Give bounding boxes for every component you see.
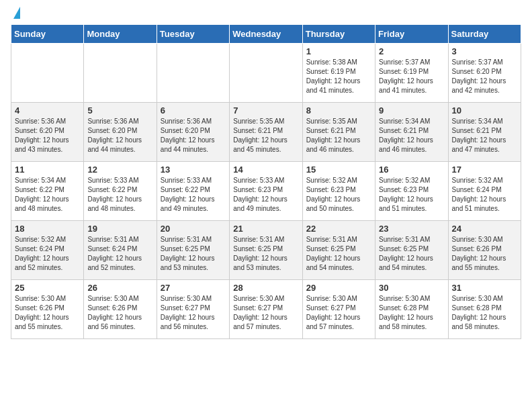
logo-text (11, 7, 20, 20)
calendar-cell: 10Sunrise: 5:34 AM Sunset: 6:21 PM Dayli… (448, 103, 521, 162)
day-number: 1 (306, 46, 371, 56)
day-info: Sunrise: 5:32 AM Sunset: 6:24 PM Dayligh… (15, 235, 80, 273)
weekday-header-sunday: Sunday (11, 25, 84, 44)
day-info: Sunrise: 5:31 AM Sunset: 6:25 PM Dayligh… (161, 235, 226, 273)
calendar-cell: 6Sunrise: 5:36 AM Sunset: 6:20 PM Daylig… (157, 103, 229, 162)
day-number: 19 (87, 224, 152, 234)
day-info: Sunrise: 5:36 AM Sunset: 6:20 PM Dayligh… (161, 117, 226, 154)
calendar-cell: 1Sunrise: 5:38 AM Sunset: 6:19 PM Daylig… (302, 44, 375, 103)
day-number: 4 (15, 105, 80, 116)
day-info: Sunrise: 5:34 AM Sunset: 6:22 PM Dayligh… (15, 176, 80, 214)
calendar-cell: 3Sunrise: 5:37 AM Sunset: 6:20 PM Daylig… (448, 44, 521, 103)
calendar-cell: 23Sunrise: 5:31 AM Sunset: 6:25 PM Dayli… (375, 221, 448, 280)
day-number: 12 (87, 165, 152, 175)
weekday-header-tuesday: Tuesday (157, 25, 229, 44)
day-number: 13 (161, 165, 226, 175)
calendar-cell: 9Sunrise: 5:34 AM Sunset: 6:21 PM Daylig… (375, 103, 448, 162)
logo (11, 7, 20, 20)
day-info: Sunrise: 5:31 AM Sunset: 6:24 PM Dayligh… (87, 235, 152, 273)
day-number: 30 (379, 283, 444, 293)
day-info: Sunrise: 5:35 AM Sunset: 6:21 PM Dayligh… (233, 117, 298, 154)
calendar-cell: 12Sunrise: 5:33 AM Sunset: 6:22 PM Dayli… (84, 162, 157, 221)
header (11, 7, 521, 20)
calendar-cell (230, 44, 302, 103)
day-info: Sunrise: 5:36 AM Sunset: 6:20 PM Dayligh… (87, 117, 152, 154)
calendar-cell: 26Sunrise: 5:30 AM Sunset: 6:26 PM Dayli… (84, 280, 157, 339)
calendar-cell (157, 44, 229, 103)
day-info: Sunrise: 5:38 AM Sunset: 6:19 PM Dayligh… (306, 58, 371, 95)
calendar-cell: 8Sunrise: 5:35 AM Sunset: 6:21 PM Daylig… (302, 103, 375, 162)
week-row-4: 18Sunrise: 5:32 AM Sunset: 6:24 PM Dayli… (11, 221, 521, 280)
day-number: 27 (161, 283, 226, 293)
calendar-cell (11, 44, 84, 103)
day-info: Sunrise: 5:30 AM Sunset: 6:28 PM Dayligh… (379, 294, 444, 332)
weekday-header-monday: Monday (84, 25, 157, 44)
calendar-cell: 20Sunrise: 5:31 AM Sunset: 6:25 PM Dayli… (157, 221, 229, 280)
calendar-cell: 17Sunrise: 5:32 AM Sunset: 6:24 PM Dayli… (448, 162, 521, 221)
day-info: Sunrise: 5:30 AM Sunset: 6:26 PM Dayligh… (452, 235, 517, 273)
day-info: Sunrise: 5:37 AM Sunset: 6:20 PM Dayligh… (452, 58, 517, 95)
day-info: Sunrise: 5:30 AM Sunset: 6:26 PM Dayligh… (87, 294, 152, 332)
day-info: Sunrise: 5:31 AM Sunset: 6:25 PM Dayligh… (379, 235, 444, 273)
day-info: Sunrise: 5:30 AM Sunset: 6:28 PM Dayligh… (452, 294, 517, 332)
day-info: Sunrise: 5:36 AM Sunset: 6:20 PM Dayligh… (15, 117, 80, 154)
calendar-cell: 5Sunrise: 5:36 AM Sunset: 6:20 PM Daylig… (84, 103, 157, 162)
day-info: Sunrise: 5:37 AM Sunset: 6:19 PM Dayligh… (379, 58, 444, 95)
day-info: Sunrise: 5:30 AM Sunset: 6:27 PM Dayligh… (233, 294, 298, 332)
weekday-header-wednesday: Wednesday (230, 25, 302, 44)
day-info: Sunrise: 5:30 AM Sunset: 6:27 PM Dayligh… (306, 294, 371, 332)
day-info: Sunrise: 5:33 AM Sunset: 6:22 PM Dayligh… (87, 176, 152, 214)
day-info: Sunrise: 5:34 AM Sunset: 6:21 PM Dayligh… (452, 117, 517, 154)
day-info: Sunrise: 5:31 AM Sunset: 6:25 PM Dayligh… (233, 235, 298, 273)
day-info: Sunrise: 5:30 AM Sunset: 6:26 PM Dayligh… (15, 294, 80, 332)
calendar-cell: 28Sunrise: 5:30 AM Sunset: 6:27 PM Dayli… (230, 280, 302, 339)
weekday-header-thursday: Thursday (302, 25, 375, 44)
day-number: 24 (452, 224, 517, 234)
day-number: 6 (161, 105, 226, 116)
calendar-cell: 15Sunrise: 5:32 AM Sunset: 6:23 PM Dayli… (302, 162, 375, 221)
page: SundayMondayTuesdayWednesdayThursdayFrid… (0, 0, 532, 350)
day-number: 22 (306, 224, 371, 234)
week-row-3: 11Sunrise: 5:34 AM Sunset: 6:22 PM Dayli… (11, 162, 521, 221)
calendar-cell: 29Sunrise: 5:30 AM Sunset: 6:27 PM Dayli… (302, 280, 375, 339)
week-row-1: 1Sunrise: 5:38 AM Sunset: 6:19 PM Daylig… (11, 44, 521, 103)
calendar-cell: 13Sunrise: 5:33 AM Sunset: 6:22 PM Dayli… (157, 162, 229, 221)
day-info: Sunrise: 5:32 AM Sunset: 6:23 PM Dayligh… (379, 176, 444, 214)
calendar-cell (84, 44, 157, 103)
calendar-cell: 22Sunrise: 5:31 AM Sunset: 6:25 PM Dayli… (302, 221, 375, 280)
day-number: 21 (233, 224, 298, 234)
weekday-header-saturday: Saturday (448, 25, 521, 44)
day-number: 10 (452, 105, 517, 116)
day-number: 9 (379, 105, 444, 116)
weekday-header-row: SundayMondayTuesdayWednesdayThursdayFrid… (11, 25, 521, 44)
logo-triangle-icon (13, 7, 20, 19)
day-number: 29 (306, 283, 371, 293)
week-row-5: 25Sunrise: 5:30 AM Sunset: 6:26 PM Dayli… (11, 280, 521, 339)
day-number: 16 (379, 165, 444, 175)
day-info: Sunrise: 5:33 AM Sunset: 6:22 PM Dayligh… (161, 176, 226, 214)
calendar-cell: 19Sunrise: 5:31 AM Sunset: 6:24 PM Dayli… (84, 221, 157, 280)
calendar-table: SundayMondayTuesdayWednesdayThursdayFrid… (11, 24, 521, 339)
day-number: 26 (87, 283, 152, 293)
day-number: 28 (233, 283, 298, 293)
calendar-cell: 2Sunrise: 5:37 AM Sunset: 6:19 PM Daylig… (375, 44, 448, 103)
day-info: Sunrise: 5:34 AM Sunset: 6:21 PM Dayligh… (379, 117, 444, 154)
day-number: 8 (306, 105, 371, 116)
calendar-cell: 25Sunrise: 5:30 AM Sunset: 6:26 PM Dayli… (11, 280, 84, 339)
day-info: Sunrise: 5:31 AM Sunset: 6:25 PM Dayligh… (306, 235, 371, 273)
calendar-cell: 14Sunrise: 5:33 AM Sunset: 6:23 PM Dayli… (230, 162, 302, 221)
day-number: 25 (15, 283, 80, 293)
calendar-cell: 27Sunrise: 5:30 AM Sunset: 6:27 PM Dayli… (157, 280, 229, 339)
day-number: 2 (379, 46, 444, 56)
calendar-cell: 21Sunrise: 5:31 AM Sunset: 6:25 PM Dayli… (230, 221, 302, 280)
day-number: 11 (15, 165, 80, 175)
calendar-cell: 30Sunrise: 5:30 AM Sunset: 6:28 PM Dayli… (375, 280, 448, 339)
day-number: 17 (452, 165, 517, 175)
calendar-cell: 18Sunrise: 5:32 AM Sunset: 6:24 PM Dayli… (11, 221, 84, 280)
calendar-cell: 4Sunrise: 5:36 AM Sunset: 6:20 PM Daylig… (11, 103, 84, 162)
day-info: Sunrise: 5:32 AM Sunset: 6:24 PM Dayligh… (452, 176, 517, 214)
calendar-cell: 31Sunrise: 5:30 AM Sunset: 6:28 PM Dayli… (448, 280, 521, 339)
day-number: 5 (87, 105, 152, 116)
day-info: Sunrise: 5:30 AM Sunset: 6:27 PM Dayligh… (161, 294, 226, 332)
day-number: 3 (452, 46, 517, 56)
